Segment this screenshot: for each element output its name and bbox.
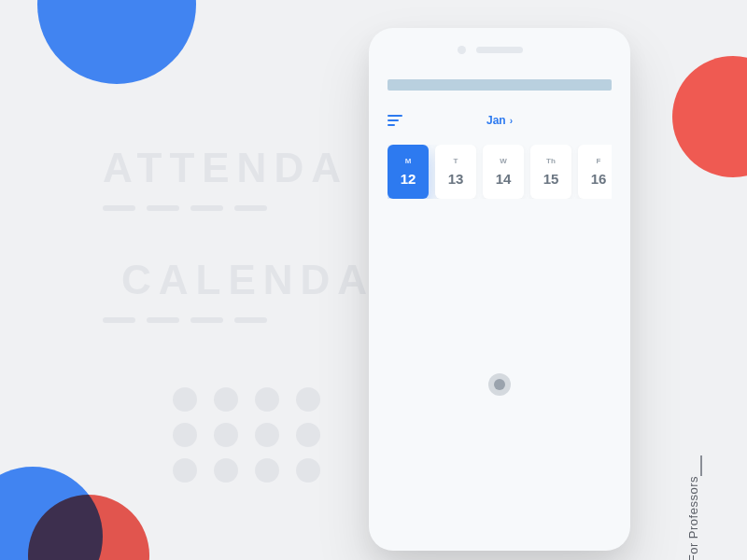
bg-heading-calendar: CALENDA (121, 257, 374, 303)
day-number: 15 (543, 171, 559, 187)
decor-circle-blue-top (37, 0, 196, 84)
vertical-caption: For Professors (686, 476, 700, 560)
app-header: Jan › (388, 115, 612, 126)
phone-mockup: Jan › M 12 T 13 W 14 Th 15 F (369, 28, 630, 551)
day-weekday: Th (546, 157, 556, 165)
phone-speaker (476, 47, 523, 53)
bg-dashes-1 (103, 205, 267, 211)
bg-heading-attendance: ATTENDA (103, 145, 348, 191)
day-number: 13 (448, 171, 464, 187)
loading-spinner-icon (488, 373, 511, 396)
month-label: Jan (486, 114, 506, 127)
day-weekday: M (405, 157, 412, 165)
chevron-right-icon: › (510, 116, 513, 126)
day-card-mon[interactable]: M 12 (388, 145, 429, 199)
vertical-caption-underline (700, 455, 702, 476)
days-strip[interactable]: M 12 T 13 W 14 Th 15 F 16 S (388, 145, 612, 199)
month-selector[interactable]: Jan › (486, 114, 513, 127)
phone-camera (458, 46, 466, 54)
bg-dot-grid (173, 387, 320, 483)
day-number: 12 (401, 171, 416, 187)
day-weekday: F (597, 157, 601, 165)
day-weekday: T (454, 157, 458, 165)
decor-circle-red-right (672, 56, 747, 177)
bg-dashes-2 (103, 317, 267, 323)
day-number: 16 (591, 171, 607, 187)
day-card-tue[interactable]: T 13 (435, 145, 476, 199)
day-weekday: W (500, 157, 507, 165)
day-card-thu[interactable]: Th 15 (530, 145, 571, 199)
app-screen: Jan › M 12 T 13 W 14 Th 15 F (369, 53, 630, 199)
day-number: 14 (496, 171, 512, 187)
menu-icon[interactable] (388, 115, 402, 126)
day-card-wed[interactable]: W 14 (483, 145, 524, 199)
day-card-fri[interactable]: F 16 (578, 145, 612, 199)
app-top-bar (388, 79, 612, 91)
